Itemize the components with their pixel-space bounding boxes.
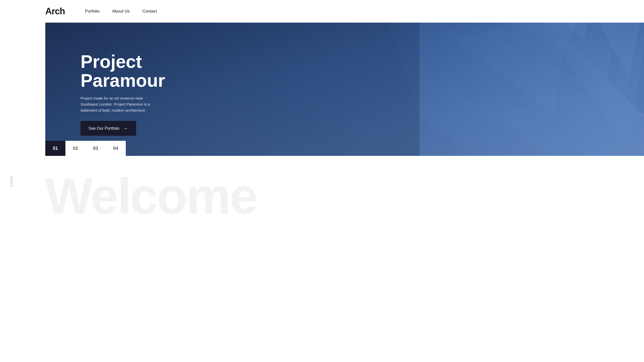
hero-title-line2: Paramour [80, 70, 165, 90]
svg-marker-2 [345, 23, 644, 41]
slide-indicator-4[interactable]: 04 [106, 141, 126, 156]
main-content: Project Paramour Project made for an art… [0, 0, 644, 226]
hero-section: Project Paramour Project made for an art… [45, 23, 644, 156]
svg-marker-19 [569, 23, 644, 78]
svg-line-12 [345, 41, 644, 156]
arrow-icon: → [123, 125, 128, 131]
nav-about[interactable]: About Us [112, 9, 130, 14]
header: Arch Porfolio About Us Contact [0, 0, 644, 23]
sidebar-home-text: HOME [10, 175, 13, 187]
welcome-bg-text: Welcome [45, 171, 644, 221]
svg-line-10 [345, 23, 644, 41]
nav-contact[interactable]: Contact [142, 9, 157, 14]
svg-marker-24 [554, 41, 644, 153]
welcome-section: Welcome [45, 156, 644, 226]
svg-line-7 [420, 23, 644, 156]
svg-line-11 [345, 23, 644, 115]
slide-indicator-3[interactable]: 03 [86, 141, 106, 156]
slide-indicator-2[interactable]: 02 [65, 141, 86, 156]
svg-line-15 [457, 23, 644, 153]
svg-line-6 [345, 23, 644, 156]
hero-title-line1: Project [80, 52, 142, 72]
svg-line-13 [345, 115, 644, 156]
svg-marker-22 [532, 153, 644, 156]
svg-marker-1 [345, 23, 644, 156]
svg-line-9 [569, 23, 644, 41]
svg-marker-4 [420, 23, 644, 78]
svg-marker-3 [569, 23, 644, 115]
hero-button-label: See Our Portfolio [89, 126, 119, 131]
slide-indicator-1[interactable]: 01 [45, 141, 65, 156]
hero-description: Project made for an art museum near Sout… [80, 95, 161, 113]
svg-marker-20 [457, 23, 569, 115]
svg-line-14 [382, 23, 644, 156]
svg-line-8 [494, 23, 644, 115]
svg-marker-17 [494, 23, 607, 41]
site-logo[interactable]: Arch [45, 6, 65, 17]
slide-indicators: 01 02 03 04 [45, 141, 126, 156]
main-nav: Porfolio About Us Contact [85, 9, 157, 14]
svg-marker-21 [494, 78, 629, 156]
svg-line-16 [532, 23, 644, 78]
hero-content: Project Paramour Project made for an art… [80, 52, 165, 136]
see-portfolio-button[interactable]: See Our Portfolio → [80, 121, 136, 136]
nav-portfolio[interactable]: Porfolio [85, 9, 100, 14]
hero-title: Project Paramour [80, 52, 165, 90]
